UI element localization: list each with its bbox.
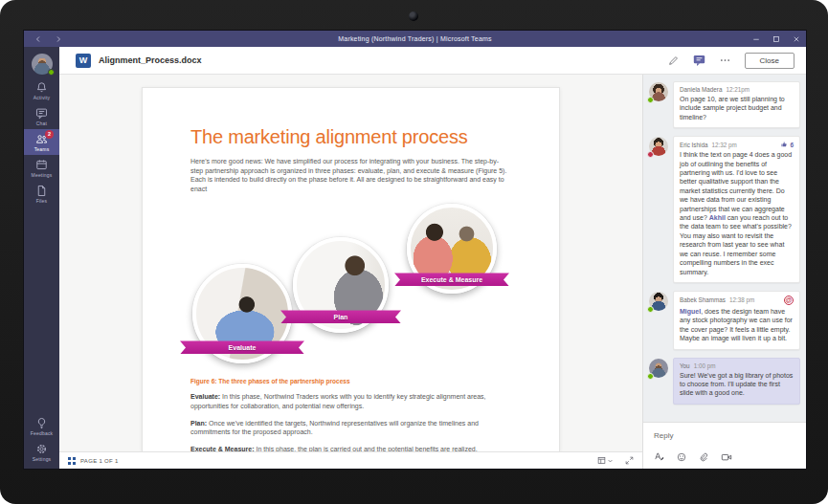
phase-ribbon-label: Execute & Measure bbox=[394, 273, 509, 286]
sidebar-item-label: Feedback bbox=[31, 430, 54, 436]
device-frame: Marketing (Northwind Traders) | Microsof… bbox=[0, 0, 828, 504]
message-card: Babek Shammas12:38 pm@Miguel, does the d… bbox=[673, 291, 800, 350]
minimize-icon[interactable] bbox=[746, 31, 766, 47]
message-timestamp: 12:38 pm bbox=[729, 296, 754, 303]
document-viewer: The marketing alignment process Here's m… bbox=[59, 75, 642, 469]
message-text: Miguel, does the design team have any st… bbox=[680, 307, 794, 343]
more-options-icon[interactable] bbox=[720, 58, 730, 62]
presence-available-dot bbox=[647, 373, 654, 380]
sidebar-item-chat[interactable]: Chat bbox=[24, 103, 59, 129]
sidebar-item-label: Meetings bbox=[32, 172, 53, 178]
emoji-icon[interactable] bbox=[677, 452, 686, 462]
at-mention-badge: @ bbox=[784, 296, 794, 305]
document-paragraph: Plan: Once we've identified the targets,… bbox=[190, 419, 511, 437]
teams-window: Marketing (Northwind Traders) | Microsof… bbox=[24, 31, 806, 469]
app-sidebar: ActivityChat2TeamsMeetingsFiles Feedback… bbox=[24, 47, 59, 469]
document-page: The marketing alignment process Here's m… bbox=[142, 87, 560, 451]
calendar-icon bbox=[35, 159, 48, 171]
video-gif-icon[interactable] bbox=[721, 452, 732, 462]
reply-box[interactable]: Reply bbox=[643, 422, 806, 469]
chat-icon bbox=[35, 107, 48, 120]
document-statusbar: PAGE 1 OF 1 bbox=[59, 451, 642, 469]
word-icon: W bbox=[76, 54, 91, 68]
message-author[interactable]: You bbox=[680, 362, 690, 369]
sidebar-item-files[interactable]: Files bbox=[24, 181, 59, 207]
message-timestamp: 1:00 pm bbox=[694, 362, 716, 369]
document-header: W Alignment_Process.docx Close bbox=[59, 47, 806, 75]
conversation-panel: Daniela Madera12:21pmOn page 10, are we … bbox=[642, 75, 806, 469]
message-timestamp: 12:32 pm bbox=[711, 142, 736, 148]
reply-input[interactable]: Reply bbox=[654, 431, 795, 440]
document-filename: Alignment_Process.docx bbox=[99, 55, 202, 65]
sidebar-item-activity[interactable]: Activity bbox=[24, 77, 59, 103]
presence-available-dot bbox=[647, 306, 654, 313]
phases-figure: EvaluatePlanExecute & Measure bbox=[190, 203, 511, 365]
message-card: Eric Ishida12:32 pm6I think the text on … bbox=[673, 136, 800, 283]
chat-message: You1:00 pmSure! We've got a big library … bbox=[649, 358, 800, 405]
file-icon bbox=[35, 185, 48, 197]
edit-pencil-icon[interactable] bbox=[668, 55, 679, 66]
sidebar-item-meetings[interactable]: Meetings bbox=[24, 155, 59, 181]
phase-execute-measure: Execute & Measure bbox=[407, 204, 497, 294]
message-card: Daniela Madera12:21pmOn page 10, are we … bbox=[673, 81, 800, 128]
user-mention[interactable]: Akhil bbox=[709, 214, 726, 221]
format-icon[interactable] bbox=[654, 451, 664, 462]
message-text: I think the text on page 4 does a good j… bbox=[680, 150, 794, 276]
document-paragraph: Evaluate: In this phase, Northwind Trade… bbox=[190, 392, 511, 410]
chat-message: Daniela Madera12:21pmOn page 10, are we … bbox=[649, 81, 800, 128]
close-document-button[interactable]: Close bbox=[745, 53, 794, 69]
sidebar-item-label: Settings bbox=[33, 456, 52, 462]
view-mode-icon[interactable] bbox=[597, 456, 613, 465]
chat-message: Babek Shammas12:38 pm@Miguel, does the d… bbox=[649, 291, 800, 350]
avatar-eric bbox=[649, 137, 668, 156]
sidebar-item-settings[interactable]: Settings bbox=[24, 439, 59, 465]
window-title: Marketing (Northwind Traders) | Microsof… bbox=[24, 35, 806, 42]
document-intro: Here's more good news: We have simplifie… bbox=[190, 157, 511, 193]
sidebar-item-label: Teams bbox=[34, 146, 50, 152]
sidebar-item-teams[interactable]: 2Teams bbox=[24, 129, 59, 155]
forward-icon[interactable] bbox=[55, 35, 62, 43]
like-badge[interactable]: 6 bbox=[780, 141, 794, 148]
avatar-babek bbox=[649, 292, 668, 311]
back-icon[interactable] bbox=[34, 35, 42, 43]
sidebar-item-label: Activity bbox=[34, 95, 50, 100]
webcam-dot bbox=[409, 11, 418, 21]
presence-available-dot bbox=[48, 69, 55, 76]
sidebar-item-label: Files bbox=[36, 198, 48, 204]
maximize-icon[interactable] bbox=[766, 31, 786, 47]
phase-ribbon-label: Plan bbox=[280, 310, 401, 323]
bell-icon bbox=[35, 81, 48, 94]
gear-icon bbox=[35, 443, 48, 455]
avatar-you bbox=[649, 359, 668, 378]
attach-icon[interactable] bbox=[699, 452, 708, 462]
page-grid-icon bbox=[68, 457, 76, 465]
fullscreen-icon[interactable] bbox=[625, 456, 634, 465]
unread-badge: 2 bbox=[45, 130, 54, 139]
message-card-self: You1:00 pmSure! We've got a big library … bbox=[673, 358, 800, 405]
sidebar-item-label: Chat bbox=[36, 121, 47, 126]
message-timestamp: 12:21pm bbox=[726, 86, 750, 93]
title-bar: Marketing (Northwind Traders) | Microsof… bbox=[24, 31, 806, 47]
document-paragraph: Execute & Measure: In this phase, the pl… bbox=[190, 445, 511, 451]
page-count-label: PAGE 1 OF 1 bbox=[80, 458, 119, 464]
close-window-icon[interactable] bbox=[786, 31, 806, 47]
message-author[interactable]: Babek Shammas bbox=[680, 296, 726, 303]
avatar-daniela bbox=[649, 82, 668, 101]
phase-evaluate: Evaluate bbox=[192, 264, 292, 363]
profile-avatar[interactable] bbox=[32, 54, 53, 75]
bulb-icon bbox=[35, 417, 48, 429]
conversation-toggle-icon[interactable] bbox=[693, 54, 705, 67]
user-mention[interactable]: Miguel bbox=[680, 308, 701, 315]
chat-message: Eric Ishida12:32 pm6I think the text on … bbox=[649, 136, 800, 283]
message-author[interactable]: Daniela Madera bbox=[680, 86, 722, 93]
phase-ribbon-label: Evaluate bbox=[180, 340, 304, 354]
presence-available-dot bbox=[647, 97, 654, 103]
phase-plan: Plan bbox=[293, 237, 389, 333]
document-title: The marketing alignment process bbox=[190, 126, 511, 148]
figure-caption: Figure 6: The three phases of the partne… bbox=[190, 378, 511, 384]
message-text: On page 10, are we still planning to inc… bbox=[680, 95, 794, 121]
sidebar-item-feedback[interactable]: Feedback bbox=[24, 413, 59, 439]
presence-busy-dot bbox=[647, 151, 654, 158]
message-author[interactable]: Eric Ishida bbox=[680, 142, 707, 148]
message-text: Sure! We've got a big library of photos … bbox=[680, 371, 794, 398]
